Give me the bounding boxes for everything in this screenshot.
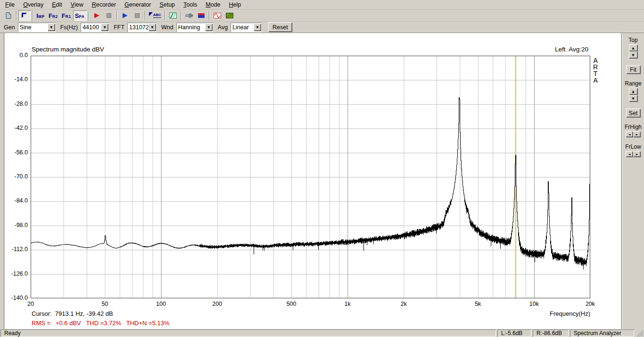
top-spin-up-arrow-button[interactable]: ▲ <box>629 44 638 51</box>
time-record-button[interactable] <box>211 10 223 21</box>
signal-monitor-icon <box>226 12 233 19</box>
y-tick-label: 0.0 <box>5 52 28 59</box>
x-tick-label-100: 100 <box>149 301 173 307</box>
fr1-mode-button[interactable]: FR1 <box>60 10 73 21</box>
toolbar: IMPFR2FR1SPAABC <box>0 9 644 22</box>
client-area: Spectrum magnitude dBV Left Avg:20 A R T… <box>0 33 644 329</box>
control-bar: GenSine▼Fs(Hz)44100▼FFT131072▼WndHanning… <box>0 22 644 33</box>
x-tick-label-1k: 1k <box>336 301 359 307</box>
x-tick-label-50: 50 <box>93 301 116 307</box>
channel-average-label: Left Avg:20 <box>31 46 588 53</box>
wnd-select[interactable]: Hanning▼ <box>176 23 213 32</box>
toolbar-separator <box>16 11 17 20</box>
marker-toggle-button[interactable] <box>18 10 31 21</box>
y-tick-label: -98.0 <box>5 222 28 228</box>
x-tick-label-500: 500 <box>280 301 303 307</box>
menu-item-mode[interactable]: Mode <box>201 0 224 9</box>
menu-item-overlay[interactable]: Overlay <box>19 0 48 9</box>
spectrum-mode-icon: SPA <box>75 12 85 19</box>
frhigh-spin: ◄► <box>626 131 641 137</box>
avg-select[interactable]: Linear▼ <box>231 23 262 32</box>
frhigh-spin-left-arrow-button[interactable]: ◄ <box>626 131 633 137</box>
spectrum-scope-icon <box>198 12 205 19</box>
panel-label-range: Range <box>625 80 641 87</box>
new-document-button[interactable] <box>2 10 15 21</box>
set-button[interactable]: Set <box>626 109 641 118</box>
chevron-down-icon[interactable]: ▼ <box>101 24 108 31</box>
frlow-spin: ◄► <box>626 151 641 157</box>
avg-value: Linear <box>231 24 254 31</box>
fs-select[interactable]: 44100▼ <box>81 23 109 32</box>
reset-button[interactable]: Reset <box>268 22 292 32</box>
overlay-icon <box>169 12 177 19</box>
menu-item-setup[interactable]: Setup <box>155 0 179 9</box>
toolbar-separator <box>209 11 210 20</box>
menu-item-edit[interactable]: Edit <box>48 0 66 9</box>
frlow-spin-left-arrow-button[interactable]: ◄ <box>626 151 633 157</box>
impulse-mode-button[interactable]: IMP <box>34 10 47 21</box>
toolbar-separator <box>32 11 33 20</box>
play-stop-icon <box>133 12 141 19</box>
top-spin-down-arrow-button[interactable]: ▼ <box>629 51 638 59</box>
generator-setup-button[interactable] <box>183 10 195 21</box>
status-segment-2: Spectrum Analyzer <box>570 329 634 337</box>
x-tick-label-20k: 20k <box>578 301 602 307</box>
toolbar-separator <box>181 11 182 20</box>
fs-label: Fs(Hz) <box>60 24 78 31</box>
panel-label-frhigh: FrHigh <box>625 124 642 130</box>
x-axis-label: Frequency(Hz) <box>31 310 590 317</box>
play-stop-button[interactable] <box>131 10 143 21</box>
y-tick-label: -70.0 <box>5 173 28 180</box>
menu-item-view[interactable]: View <box>66 0 88 9</box>
fr2-mode-button[interactable]: FR2 <box>47 10 60 21</box>
overlay-button[interactable] <box>167 10 179 21</box>
frhigh-spin-right-arrow-button[interactable]: ► <box>633 131 641 137</box>
calibrate-button[interactable]: ABC <box>147 10 163 21</box>
chevron-down-icon[interactable]: ▼ <box>205 24 213 31</box>
fft-label: FFT <box>114 24 124 31</box>
y-tick-label: -112.0 <box>5 246 28 253</box>
chevron-down-icon[interactable]: ▼ <box>48 24 55 31</box>
play-button[interactable] <box>119 10 131 21</box>
fr1-mode-icon: FR1 <box>62 12 71 19</box>
y-tick-label: -56.0 <box>5 149 28 156</box>
panel-label-frlow: FrLow <box>625 143 641 150</box>
chevron-down-icon[interactable]: ▼ <box>254 24 261 31</box>
record-stop-icon <box>105 12 113 19</box>
avg-label: Avg <box>218 24 228 31</box>
arta-vertical-logo: A R T A <box>593 57 598 84</box>
record-icon <box>93 12 100 19</box>
frlow-spin-right-arrow-button[interactable]: ► <box>633 151 641 157</box>
menu-item-recorder[interactable]: Recorder <box>88 0 120 9</box>
gen-select[interactable]: Sine▼ <box>18 23 56 32</box>
fit-button[interactable]: Fit <box>626 65 641 74</box>
gen-value: Sine <box>18 24 48 31</box>
spectrum-mode-button[interactable]: SPA <box>73 10 87 21</box>
signal-monitor-button[interactable] <box>223 10 236 21</box>
range-spin-up-arrow-button[interactable]: ▲ <box>629 88 638 95</box>
spectrum-scope-button[interactable] <box>195 10 207 21</box>
record-stop-button[interactable] <box>103 10 115 21</box>
y-tick-label: -84.0 <box>5 197 28 204</box>
x-tick-label-2k: 2k <box>392 301 415 307</box>
fs-value: 44100 <box>81 24 101 31</box>
record-button[interactable] <box>91 10 103 21</box>
range-spin-down-arrow-button[interactable]: ▼ <box>629 95 638 102</box>
toolbar-separator <box>145 11 146 20</box>
y-tick-label: -140.0 <box>5 295 28 301</box>
arta-application-window: FileOverlayEditViewRecorderGeneratorSetu… <box>0 0 644 337</box>
x-tick-label-200: 200 <box>206 301 229 307</box>
toolbar-separator <box>116 11 117 20</box>
spectrum-plot[interactable] <box>31 56 590 298</box>
menu-item-file[interactable]: File <box>1 0 19 9</box>
menu-item-tools[interactable]: Tools <box>179 0 201 9</box>
status-segment-0: L:-5.6dB <box>497 329 531 337</box>
fft-select[interactable]: 131072▼ <box>127 23 157 32</box>
y-tick-label: -42.0 <box>5 125 28 131</box>
resize-grip-icon[interactable] <box>636 329 643 337</box>
chevron-down-icon[interactable]: ▼ <box>149 24 156 31</box>
menu-item-help[interactable]: Help <box>225 0 246 9</box>
menu-item-generator[interactable]: Generator <box>120 0 155 9</box>
impulse-mode-icon: IMP <box>36 12 44 19</box>
x-tick-label-10k: 10k <box>522 301 546 307</box>
